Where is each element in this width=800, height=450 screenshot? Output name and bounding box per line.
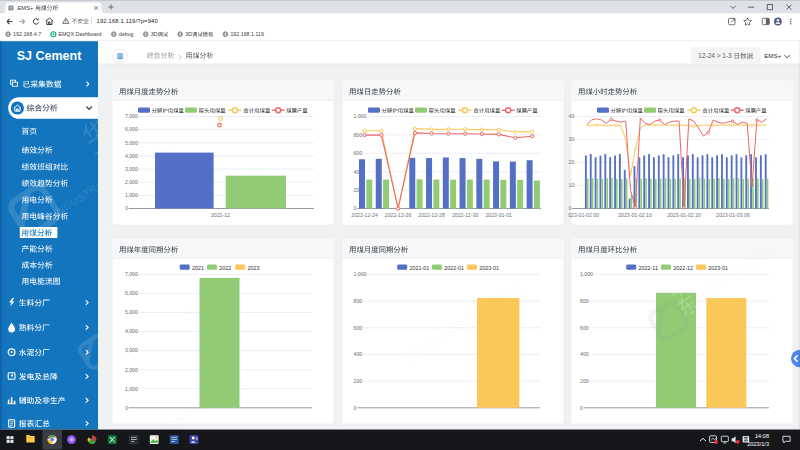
svg-text:7,000: 7,000: [125, 113, 138, 119]
svg-text:2022-12-26: 2022-12-26: [385, 212, 412, 218]
svg-text:7,000: 7,000: [125, 271, 138, 277]
svg-text:5,000: 5,000: [125, 309, 138, 315]
svg-text:0: 0: [353, 205, 356, 211]
svg-text:800: 800: [580, 298, 589, 304]
svg-text:2,000: 2,000: [125, 367, 138, 373]
svg-text:2021: 2021: [192, 265, 204, 271]
svg-text:3D: 3D: [151, 31, 158, 37]
svg-text:192.168.4.7: 192.168.4.7: [13, 31, 41, 37]
svg-text:0: 0: [125, 205, 128, 211]
svg-text:debug: debug: [119, 31, 134, 37]
svg-text:1,000: 1,000: [353, 113, 366, 119]
svg-text:EMS+: EMS+: [18, 5, 35, 11]
svg-text:400: 400: [354, 351, 363, 357]
svg-text:2023: 2023: [248, 265, 260, 271]
svg-text:2023-01: 2023-01: [479, 265, 499, 271]
svg-text:14:08: 14:08: [755, 433, 769, 439]
svg-text:200: 200: [354, 378, 363, 384]
svg-text:600: 600: [353, 150, 362, 156]
svg-text:0: 0: [354, 405, 357, 411]
svg-text:2022-12: 2022-12: [673, 265, 693, 271]
svg-text:12-24 > 1-3: 12-24 > 1-3: [698, 52, 732, 59]
svg-text:192.168.1.119: 192.168.1.119: [230, 31, 264, 37]
svg-text:023-01-02 00: 023-01-02 00: [568, 212, 599, 218]
svg-text:800: 800: [353, 132, 362, 138]
svg-text:2023-01-02 10: 2023-01-02 10: [618, 212, 652, 218]
svg-text:600: 600: [580, 325, 589, 331]
svg-text:2021-01: 2021-01: [410, 265, 430, 271]
svg-text:2,000: 2,000: [125, 179, 138, 185]
svg-text:5,000: 5,000: [125, 140, 138, 146]
svg-text:4,000: 4,000: [125, 153, 138, 159]
svg-text:400: 400: [580, 351, 589, 357]
svg-text:6,000: 6,000: [125, 290, 138, 296]
svg-text:1,000: 1,000: [125, 386, 138, 392]
svg-text:1,000: 1,000: [125, 192, 138, 198]
svg-text:2022: 2022: [219, 265, 231, 271]
svg-text:1,000: 1,000: [580, 271, 593, 277]
svg-text:800: 800: [354, 298, 363, 304]
svg-text:200: 200: [580, 378, 589, 384]
svg-text:2022-12-24: 2022-12-24: [351, 212, 378, 218]
svg-text:40: 40: [569, 113, 575, 119]
svg-text:600: 600: [354, 325, 363, 331]
svg-text:2022-12: 2022-12: [211, 212, 230, 218]
svg-text:2023-01: 2023-01: [708, 265, 728, 271]
svg-text:20: 20: [569, 159, 575, 165]
svg-text:10: 10: [569, 182, 575, 188]
svg-text:0: 0: [125, 405, 128, 411]
svg-text:0: 0: [580, 405, 583, 411]
svg-text:EMQX Dashboard: EMQX Dashboard: [58, 31, 101, 37]
svg-text:2023-01-01: 2023-01-01: [485, 212, 512, 218]
svg-text:2022-01: 2022-01: [444, 265, 464, 271]
svg-text:2023-01-02 20: 2023-01-02 20: [667, 212, 701, 218]
svg-text:3,000: 3,000: [125, 347, 138, 353]
svg-text:4,000: 4,000: [125, 328, 138, 334]
svg-text:2022-12-28: 2022-12-28: [418, 212, 445, 218]
svg-text:2023/1/3: 2023/1/3: [747, 441, 769, 447]
svg-text:2023-01-03 06: 2023-01-03 06: [716, 212, 750, 218]
svg-text:SJ Cement: SJ Cement: [17, 49, 82, 63]
svg-text:192.168.1.119/?p=940: 192.168.1.119/?p=940: [97, 18, 158, 24]
svg-text:30: 30: [569, 136, 575, 142]
svg-text:2022-12-30: 2022-12-30: [452, 212, 479, 218]
svg-text:2022-11: 2022-11: [639, 265, 658, 271]
svg-text:3D: 3D: [185, 31, 192, 37]
svg-text:6,000: 6,000: [125, 126, 138, 132]
svg-text:1,000: 1,000: [354, 271, 367, 277]
svg-text:EMS+: EMS+: [764, 52, 781, 59]
svg-text:3,000: 3,000: [125, 166, 138, 172]
